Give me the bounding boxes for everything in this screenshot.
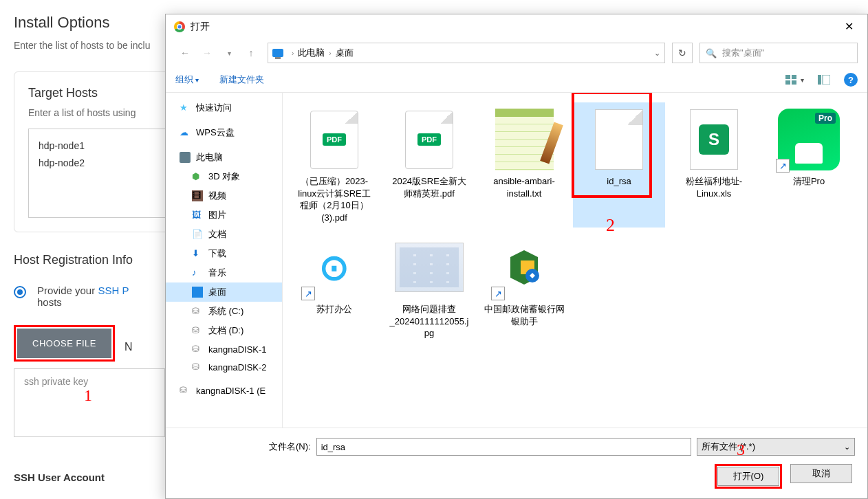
sidebar-downloads[interactable]: ⬇下载 — [166, 244, 282, 263]
sidebar-this-pc[interactable]: 此电脑 — [166, 148, 282, 167]
drive-icon: ⛁ — [192, 306, 203, 317]
view-mode-button[interactable]: ▾ — [785, 75, 804, 85]
radio-selected-icon[interactable] — [14, 286, 26, 298]
organize-menu[interactable]: 组织 — [175, 74, 199, 86]
sidebar-3d-objects[interactable]: ⬢3D 对象 — [166, 167, 282, 186]
toolbar: 组织 新建文件夹 ▾ ? — [166, 67, 867, 93]
chevron-down-icon: ⌄ — [844, 443, 850, 452]
pdf-icon: PDF — [310, 111, 358, 169]
file-item-idrsa[interactable]: id_rsa — [573, 102, 665, 228]
sidebar-documents[interactable]: 📄文档 — [166, 225, 282, 244]
sidebar-desktop[interactable]: 桌面 — [166, 282, 282, 302]
svg-rect-0 — [785, 75, 790, 79]
svg-rect-3 — [792, 80, 796, 85]
dialog-titlebar: 打开 ✕ — [166, 14, 867, 38]
annotation-box-1: CHOOSE FILE — [14, 325, 115, 362]
file-item-jpg[interactable]: 网络问题排查_20240111112055.jpg — [383, 230, 475, 344]
sidebar-drive-d[interactable]: ⛁文档 (D:) — [166, 321, 282, 340]
search-input[interactable]: 🔍 搜索"桌面" — [699, 43, 858, 63]
filename-input[interactable] — [316, 438, 691, 456]
svg-rect-4 — [818, 75, 821, 85]
preview-pane-button[interactable] — [818, 75, 830, 85]
sidebar-drive-c[interactable]: ⛁系统 (C:) — [166, 302, 282, 321]
notepad-icon — [495, 109, 554, 170]
host-line: hdp-node1 — [39, 137, 182, 155]
shortcut-icon: ↗ — [491, 287, 505, 300]
filename-label: 文件名(N): — [269, 441, 311, 453]
xls-icon: S — [690, 109, 738, 170]
dialog-body: ★快速访问 ☁WPS云盘 此电脑 ⬢3D 对象 🎞视频 🖼图片 📄文档 ⬇下载 … — [166, 93, 867, 428]
chevron-right-icon: › — [292, 49, 294, 57]
annotation-1: 1 — [84, 386, 92, 405]
document-icon: 📄 — [192, 229, 203, 240]
forward-button[interactable]: → — [197, 43, 217, 63]
sidebar-videos[interactable]: 🎞视频 — [166, 186, 282, 206]
drive-icon: ⛁ — [180, 385, 191, 396]
sidebar-wps[interactable]: ☁WPS云盘 — [166, 123, 282, 142]
recent-dropdown[interactable]: ▾ — [219, 43, 239, 63]
annotation-3: 3 — [737, 441, 745, 459]
thumbnails-icon — [785, 75, 798, 85]
drive-icon: ⛁ — [192, 344, 203, 355]
drive-icon: ⛁ — [192, 362, 203, 373]
file-open-dialog: 打开 ✕ ← → ▾ ↑ › 此电脑 › 桌面 ⌄ ↻ 🔍 搜索"桌面" 组织 … — [165, 14, 868, 499]
chevron-down-icon[interactable]: ⌄ — [654, 49, 660, 58]
annotation-2: 2 — [606, 215, 615, 236]
file-item-soda[interactable]: ⊙↗ 苏打办公 — [288, 230, 380, 344]
app-icon: ⊙ — [307, 240, 362, 295]
sidebar-drive-kd1e[interactable]: ⛁kangnaDISK-1 (E — [166, 381, 282, 399]
choose-file-button[interactable]: CHOOSE FILE — [17, 329, 111, 358]
host-line: hdp-node2 — [39, 155, 182, 172]
video-icon: 🎞 — [192, 190, 203, 201]
refresh-button[interactable]: ↻ — [672, 43, 693, 63]
sidebar-drive-kd2[interactable]: ⛁kangnaDISK-2 — [166, 358, 282, 376]
bank-icon — [503, 247, 545, 288]
dialog-footer: 文件名(N): 所有文件 (*.*) ⌄ 3 打开(O) 取消 — [166, 428, 867, 498]
files-area[interactable]: PDF （已压缩）2023-linux云计算SRE工程师（2月10日）(3).p… — [283, 93, 867, 428]
filetype-select[interactable]: 所有文件 (*.*) ⌄ — [697, 438, 855, 456]
svg-rect-1 — [792, 75, 796, 79]
file-item-cleanpro[interactable]: ↗ 清理Pro — [763, 102, 855, 228]
radio-label: Provide your SSH P hosts — [37, 285, 129, 308]
file-item-xls[interactable]: S 粉丝福利地址-Linux.xls — [668, 102, 760, 228]
ssh-link[interactable]: SSH P — [98, 285, 129, 296]
shortcut-icon: ↗ — [776, 159, 790, 173]
help-button[interactable]: ? — [844, 73, 858, 87]
new-folder-button[interactable]: 新建文件夹 — [219, 74, 264, 86]
pc-icon — [180, 152, 191, 163]
file-item-pdf2[interactable]: PDF 2024版SRE全新大师精英班.pdf — [383, 102, 475, 228]
file-item-bank[interactable]: ↗ 中国邮政储蓄银行网银助手 — [478, 230, 570, 344]
download-icon: ⬇ — [192, 248, 203, 259]
pc-icon — [272, 49, 283, 57]
file-item-txt[interactable]: ansible-ambari-install.txt — [478, 102, 570, 228]
chevron-right-icon: › — [329, 49, 331, 57]
open-button[interactable]: 打开(O) — [717, 467, 779, 486]
file-item-pdf1[interactable]: PDF （已压缩）2023-linux云计算SRE工程师（2月10日）(3).p… — [288, 102, 380, 228]
search-icon: 🔍 — [706, 48, 717, 58]
path-segment[interactable]: 此电脑 — [298, 47, 325, 59]
path-breadcrumb[interactable]: › 此电脑 › 桌面 ⌄ — [268, 43, 665, 63]
image-thumbnail — [395, 243, 464, 292]
sidebar-pictures[interactable]: 🖼图片 — [166, 206, 282, 225]
cube-icon: ⬢ — [192, 171, 203, 182]
desktop-icon — [192, 287, 203, 298]
sidebar-drive-kd1[interactable]: ⛁kangnaDISK-1 — [166, 340, 282, 358]
sidebar-quick-access[interactable]: ★快速访问 — [166, 98, 282, 118]
picture-icon: 🖼 — [192, 210, 203, 221]
path-segment[interactable]: 桌面 — [336, 47, 354, 59]
truncated-text: N — [124, 341, 133, 353]
dialog-title: 打开 — [191, 21, 210, 33]
svg-rect-2 — [785, 80, 790, 85]
sidebar-music[interactable]: ♪音乐 — [166, 263, 282, 282]
close-button[interactable]: ✕ — [839, 19, 859, 34]
up-button[interactable]: ↑ — [241, 43, 261, 63]
chrome-icon — [174, 21, 185, 32]
back-button[interactable]: ← — [175, 43, 195, 63]
sidebar[interactable]: ★快速访问 ☁WPS云盘 此电脑 ⬢3D 对象 🎞视频 🖼图片 📄文档 ⬇下载 … — [166, 93, 283, 428]
svg-rect-5 — [823, 75, 830, 85]
file-icon — [595, 109, 643, 170]
pane-icon — [818, 75, 830, 85]
shortcut-icon: ↗ — [301, 287, 315, 300]
music-icon: ♪ — [192, 267, 203, 278]
cancel-button[interactable]: 取消 — [790, 464, 852, 483]
